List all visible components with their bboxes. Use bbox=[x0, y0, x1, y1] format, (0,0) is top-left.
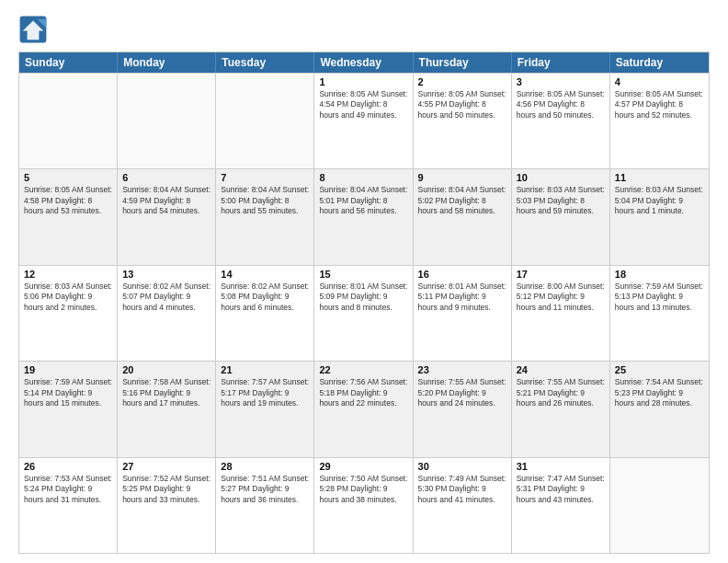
empty-cell-0-1 bbox=[118, 74, 216, 168]
day-cell-19: 19Sunrise: 7:59 AM Sunset: 5:14 PM Dayli… bbox=[19, 362, 118, 456]
day-number: 24 bbox=[517, 364, 605, 375]
day-number: 4 bbox=[615, 76, 704, 87]
calendar-header: SundayMondayTuesdayWednesdayThursdayFrid… bbox=[19, 52, 709, 73]
day-info: Sunrise: 7:52 AM Sunset: 5:25 PM Dayligh… bbox=[122, 474, 210, 505]
day-info: Sunrise: 7:47 AM Sunset: 5:31 PM Dayligh… bbox=[517, 474, 605, 505]
day-cell-1: 1Sunrise: 8:05 AM Sunset: 4:54 PM Daylig… bbox=[314, 74, 413, 168]
weekday-header-wednesday: Wednesday bbox=[314, 52, 413, 73]
header bbox=[18, 15, 710, 44]
day-number: 5 bbox=[24, 172, 112, 183]
day-number: 3 bbox=[517, 76, 605, 87]
day-cell-15: 15Sunrise: 8:01 AM Sunset: 5:09 PM Dayli… bbox=[314, 266, 413, 361]
day-number: 2 bbox=[418, 76, 506, 87]
day-cell-26: 26Sunrise: 7:53 AM Sunset: 5:24 PM Dayli… bbox=[19, 458, 118, 553]
day-number: 30 bbox=[418, 461, 506, 472]
logo-icon bbox=[18, 15, 48, 44]
day-number: 31 bbox=[517, 461, 605, 472]
day-info: Sunrise: 7:58 AM Sunset: 5:16 PM Dayligh… bbox=[122, 377, 210, 408]
day-number: 20 bbox=[122, 364, 210, 375]
empty-cell-0-0 bbox=[19, 74, 118, 168]
day-info: Sunrise: 8:04 AM Sunset: 5:00 PM Dayligh… bbox=[221, 185, 309, 216]
calendar-row-5: 26Sunrise: 7:53 AM Sunset: 5:24 PM Dayli… bbox=[19, 457, 709, 553]
day-number: 23 bbox=[418, 364, 506, 375]
day-cell-24: 24Sunrise: 7:55 AM Sunset: 5:21 PM Dayli… bbox=[512, 362, 610, 456]
day-number: 7 bbox=[221, 172, 309, 183]
day-info: Sunrise: 7:57 AM Sunset: 5:17 PM Dayligh… bbox=[221, 377, 309, 408]
day-info: Sunrise: 8:04 AM Sunset: 5:02 PM Dayligh… bbox=[418, 185, 506, 216]
day-number: 12 bbox=[24, 269, 112, 280]
empty-cell-0-2 bbox=[216, 74, 314, 168]
page: SundayMondayTuesdayWednesdayThursdayFrid… bbox=[0, 0, 728, 563]
day-cell-4: 4Sunrise: 8:05 AM Sunset: 4:57 PM Daylig… bbox=[610, 74, 709, 168]
day-info: Sunrise: 7:56 AM Sunset: 5:18 PM Dayligh… bbox=[319, 377, 407, 408]
day-number: 14 bbox=[221, 269, 309, 280]
day-cell-25: 25Sunrise: 7:54 AM Sunset: 5:23 PM Dayli… bbox=[610, 362, 709, 456]
weekday-header-monday: Monday bbox=[118, 52, 216, 73]
day-cell-30: 30Sunrise: 7:49 AM Sunset: 5:30 PM Dayli… bbox=[414, 458, 512, 553]
day-number: 9 bbox=[418, 172, 506, 183]
calendar: SundayMondayTuesdayWednesdayThursdayFrid… bbox=[18, 52, 710, 554]
day-cell-5: 5Sunrise: 8:05 AM Sunset: 4:58 PM Daylig… bbox=[19, 169, 118, 264]
day-cell-8: 8Sunrise: 8:04 AM Sunset: 5:01 PM Daylig… bbox=[314, 169, 413, 264]
day-info: Sunrise: 8:03 AM Sunset: 5:03 PM Dayligh… bbox=[517, 185, 605, 216]
day-cell-18: 18Sunrise: 7:59 AM Sunset: 5:13 PM Dayli… bbox=[610, 266, 709, 361]
day-number: 17 bbox=[517, 269, 605, 280]
day-info: Sunrise: 7:51 AM Sunset: 5:27 PM Dayligh… bbox=[221, 474, 309, 505]
day-info: Sunrise: 8:02 AM Sunset: 5:07 PM Dayligh… bbox=[122, 282, 210, 313]
day-info: Sunrise: 8:05 AM Sunset: 4:57 PM Dayligh… bbox=[615, 89, 704, 121]
day-info: Sunrise: 8:00 AM Sunset: 5:12 PM Dayligh… bbox=[517, 282, 605, 313]
day-cell-6: 6Sunrise: 8:04 AM Sunset: 4:59 PM Daylig… bbox=[118, 169, 216, 264]
day-info: Sunrise: 7:55 AM Sunset: 5:21 PM Dayligh… bbox=[517, 377, 605, 408]
calendar-body: 1Sunrise: 8:05 AM Sunset: 4:54 PM Daylig… bbox=[19, 73, 709, 553]
day-cell-17: 17Sunrise: 8:00 AM Sunset: 5:12 PM Dayli… bbox=[512, 266, 610, 361]
day-info: Sunrise: 7:55 AM Sunset: 5:20 PM Dayligh… bbox=[418, 377, 506, 408]
day-cell-28: 28Sunrise: 7:51 AM Sunset: 5:27 PM Dayli… bbox=[216, 458, 314, 553]
day-info: Sunrise: 8:01 AM Sunset: 5:09 PM Dayligh… bbox=[319, 282, 407, 313]
day-info: Sunrise: 8:03 AM Sunset: 5:04 PM Dayligh… bbox=[615, 185, 704, 216]
day-number: 6 bbox=[122, 172, 210, 183]
day-cell-2: 2Sunrise: 8:05 AM Sunset: 4:55 PM Daylig… bbox=[414, 74, 512, 168]
day-number: 26 bbox=[24, 461, 112, 472]
day-number: 1 bbox=[319, 76, 407, 87]
calendar-row-1: 1Sunrise: 8:05 AM Sunset: 4:54 PM Daylig… bbox=[19, 73, 709, 168]
day-cell-9: 9Sunrise: 8:04 AM Sunset: 5:02 PM Daylig… bbox=[414, 169, 512, 264]
day-info: Sunrise: 8:04 AM Sunset: 5:01 PM Dayligh… bbox=[319, 185, 407, 216]
day-cell-22: 22Sunrise: 7:56 AM Sunset: 5:18 PM Dayli… bbox=[314, 362, 413, 456]
calendar-row-2: 5Sunrise: 8:05 AM Sunset: 4:58 PM Daylig… bbox=[19, 168, 709, 264]
day-cell-3: 3Sunrise: 8:05 AM Sunset: 4:56 PM Daylig… bbox=[512, 74, 610, 168]
calendar-row-3: 12Sunrise: 8:03 AM Sunset: 5:06 PM Dayli… bbox=[19, 265, 709, 361]
day-info: Sunrise: 7:53 AM Sunset: 5:24 PM Dayligh… bbox=[24, 474, 112, 505]
day-info: Sunrise: 8:05 AM Sunset: 4:56 PM Dayligh… bbox=[517, 89, 605, 121]
day-cell-12: 12Sunrise: 8:03 AM Sunset: 5:06 PM Dayli… bbox=[19, 266, 118, 361]
day-info: Sunrise: 7:50 AM Sunset: 5:28 PM Dayligh… bbox=[319, 474, 407, 505]
day-cell-10: 10Sunrise: 8:03 AM Sunset: 5:03 PM Dayli… bbox=[512, 169, 610, 264]
day-number: 28 bbox=[221, 461, 309, 472]
day-info: Sunrise: 8:01 AM Sunset: 5:11 PM Dayligh… bbox=[418, 282, 506, 313]
weekday-header-tuesday: Tuesday bbox=[216, 52, 314, 73]
weekday-header-thursday: Thursday bbox=[414, 52, 512, 73]
day-cell-23: 23Sunrise: 7:55 AM Sunset: 5:20 PM Dayli… bbox=[414, 362, 512, 456]
day-cell-14: 14Sunrise: 8:02 AM Sunset: 5:08 PM Dayli… bbox=[216, 266, 314, 361]
day-number: 25 bbox=[615, 364, 704, 375]
day-info: Sunrise: 8:05 AM Sunset: 4:58 PM Dayligh… bbox=[24, 185, 112, 216]
day-number: 15 bbox=[319, 269, 407, 280]
day-number: 19 bbox=[24, 364, 112, 375]
day-number: 27 bbox=[122, 461, 210, 472]
day-cell-29: 29Sunrise: 7:50 AM Sunset: 5:28 PM Dayli… bbox=[314, 458, 413, 553]
day-cell-31: 31Sunrise: 7:47 AM Sunset: 5:31 PM Dayli… bbox=[512, 458, 610, 553]
weekday-header-saturday: Saturday bbox=[610, 52, 709, 73]
day-number: 18 bbox=[615, 269, 704, 280]
day-info: Sunrise: 7:49 AM Sunset: 5:30 PM Dayligh… bbox=[418, 474, 506, 505]
day-number: 11 bbox=[615, 172, 704, 183]
day-cell-13: 13Sunrise: 8:02 AM Sunset: 5:07 PM Dayli… bbox=[118, 266, 216, 361]
day-number: 29 bbox=[319, 461, 407, 472]
day-number: 21 bbox=[221, 364, 309, 375]
day-number: 13 bbox=[122, 269, 210, 280]
day-info: Sunrise: 7:59 AM Sunset: 5:14 PM Dayligh… bbox=[24, 377, 112, 408]
day-cell-20: 20Sunrise: 7:58 AM Sunset: 5:16 PM Dayli… bbox=[118, 362, 216, 456]
day-info: Sunrise: 8:05 AM Sunset: 4:55 PM Dayligh… bbox=[418, 89, 506, 121]
day-info: Sunrise: 8:05 AM Sunset: 4:54 PM Dayligh… bbox=[319, 89, 407, 121]
day-cell-16: 16Sunrise: 8:01 AM Sunset: 5:11 PM Dayli… bbox=[414, 266, 512, 361]
day-info: Sunrise: 7:54 AM Sunset: 5:23 PM Dayligh… bbox=[615, 377, 704, 408]
day-cell-21: 21Sunrise: 7:57 AM Sunset: 5:17 PM Dayli… bbox=[216, 362, 314, 456]
